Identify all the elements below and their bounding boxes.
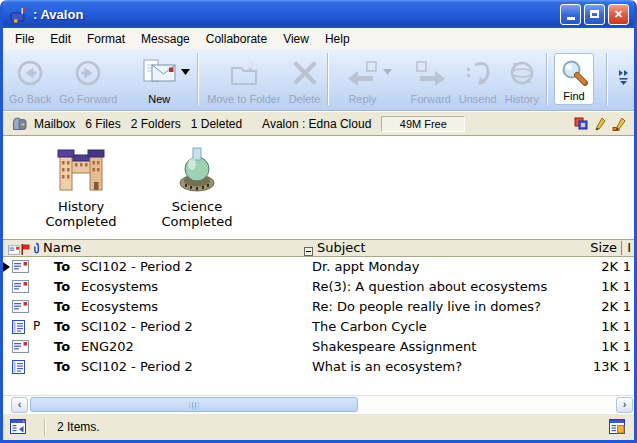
unsend-icon (463, 53, 493, 93)
document-icon (12, 320, 26, 337)
horizontal-scrollbar[interactable]: ‹ › (3, 395, 634, 413)
toolbar-separator (198, 53, 199, 105)
new-dropdown-arrow-icon[interactable] (181, 51, 194, 107)
menu-format[interactable]: Format (79, 30, 133, 48)
account-name: Avalon : Edna Cloud (262, 117, 371, 131)
reply-button: Reply (341, 51, 383, 107)
message-subject: The Carbon Cycle (312, 319, 427, 334)
menu-message[interactable]: Message (133, 30, 198, 48)
view-layout-icon[interactable] (609, 419, 627, 435)
message-row[interactable]: To Ecosystems Re: Do people really live … (3, 297, 634, 317)
collapse-panel-icon[interactable] (10, 419, 28, 435)
mailbox-label: Mailbox (34, 117, 75, 131)
message-size: 13K (593, 359, 618, 374)
toolbar-separator (607, 53, 608, 105)
find-button[interactable]: Find (554, 53, 594, 105)
reply-icon (345, 53, 379, 93)
menu-edit[interactable]: Edit (42, 30, 79, 48)
go-back-icon (15, 53, 45, 93)
truncated-cell: 1 (623, 299, 631, 314)
move-to-folder-button: Move to Folder (203, 51, 284, 107)
toolbar-overflow-chevron-icon[interactable] (612, 69, 630, 89)
go-back-button: Go Back (5, 51, 55, 107)
message-size: 1K (601, 339, 618, 354)
message-icon[interactable] (8, 243, 20, 258)
truncated-cell: 1 (623, 359, 631, 374)
unsend-button: Unsend (455, 51, 501, 107)
mailbox-small-icon (11, 116, 28, 131)
truncated-cell: 1 (623, 259, 631, 274)
list-empty-space (3, 377, 634, 395)
move-to-folder-icon (228, 53, 260, 93)
history-icon (507, 53, 537, 93)
column-header-size[interactable]: Size (590, 240, 617, 255)
pencil-icon[interactable] (594, 117, 606, 131)
delete-icon (291, 53, 319, 93)
close-button[interactable]: ✕ (608, 4, 629, 25)
message-row[interactable]: To SCI102 - Period 2 Dr. appt Monday 2K … (3, 257, 634, 277)
message-list: To SCI102 - Period 2 Dr. appt Monday 2K … (3, 257, 634, 377)
infobar: Mailbox 6 Files 2 Folders 1 Deleted Aval… (3, 111, 634, 136)
menu-collaborate[interactable]: Collaborate (198, 30, 275, 48)
go-forward-button: Go Forward (55, 51, 121, 107)
column-header-truncated[interactable]: I (627, 240, 631, 255)
flag-icon[interactable] (21, 243, 30, 258)
message-row[interactable]: To Ecosystems Re(3): A question about ec… (3, 277, 634, 297)
maximize-button[interactable] (584, 4, 605, 25)
recipient-prefix: To (54, 339, 70, 354)
shortcut-science-completed[interactable]: Science Completed (142, 144, 252, 229)
scroll-left-arrow-icon[interactable]: ‹ (11, 397, 28, 413)
message-subject: What is an ecosystem? (312, 359, 462, 374)
message-size: 1K (601, 279, 618, 294)
message-subject: Shakespeare Assignment (312, 339, 476, 354)
priority-flag: P (33, 319, 40, 333)
building-h-icon (55, 144, 107, 194)
message-size: 1K (601, 319, 618, 334)
truncated-cell: 1 (623, 279, 631, 294)
menu-file[interactable]: File (7, 30, 42, 48)
reply-dropdown-arrow-icon (383, 51, 396, 107)
mailbox-content-pane: History Completed Science Completed (3, 136, 634, 395)
attachment-icon[interactable] (32, 242, 40, 258)
column-divider[interactable] (621, 241, 622, 255)
envelope-icon (12, 260, 29, 276)
statusbar: 2 Items. (3, 413, 634, 440)
recipient-name: Ecosystems (81, 279, 158, 294)
history-button: History (501, 51, 543, 107)
layers-icon[interactable] (574, 117, 588, 130)
recipient-name: ENG202 (81, 339, 134, 354)
message-row[interactable]: To ENG202 Shakespeare Assignment 1K 1 (3, 337, 634, 357)
window-title: : Avalon (33, 7, 557, 22)
message-size: 2K (601, 299, 618, 314)
menu-view[interactable]: View (275, 30, 317, 48)
signature-pen-icon[interactable] (612, 117, 626, 131)
mailbox-flag-icon (9, 6, 29, 23)
minimize-button[interactable] (560, 4, 581, 25)
current-row-marker-icon (3, 262, 10, 272)
column-header-name[interactable]: Name (43, 240, 81, 255)
free-space-meter: 49M Free (381, 116, 465, 132)
titlebar: : Avalon ✕ (3, 0, 634, 28)
truncated-cell: 1 (623, 339, 631, 354)
recipient-prefix: To (54, 259, 70, 274)
recipient-prefix: To (54, 359, 70, 374)
message-row[interactable]: P To SCI102 - Period 2 The Carbon Cycle … (3, 317, 634, 337)
new-button[interactable]: New (137, 51, 181, 107)
shortcut-history-completed[interactable]: History Completed (30, 144, 132, 229)
toolbar-separator (547, 53, 548, 105)
scroll-right-arrow-icon[interactable]: › (616, 397, 633, 413)
message-row[interactable]: To SCI102 - Period 2 What is an ecosyste… (3, 357, 634, 377)
recipient-prefix: To (54, 279, 70, 294)
new-message-icon (141, 53, 177, 93)
menubar: File Edit Format Message Collaborate Vie… (3, 28, 634, 49)
column-header-subject[interactable]: Subject (317, 240, 366, 255)
list-header: Name Subject Size I (3, 239, 634, 257)
shortcut-label: History Completed (30, 199, 132, 229)
recipient-prefix: To (54, 299, 70, 314)
scrollbar-thumb[interactable] (30, 397, 358, 412)
folders-count: 2 Folders (131, 117, 181, 131)
menu-help[interactable]: Help (317, 30, 358, 48)
recipient-name: SCI102 - Period 2 (81, 319, 193, 334)
find-icon (559, 56, 589, 90)
statusbar-separator (44, 418, 45, 436)
